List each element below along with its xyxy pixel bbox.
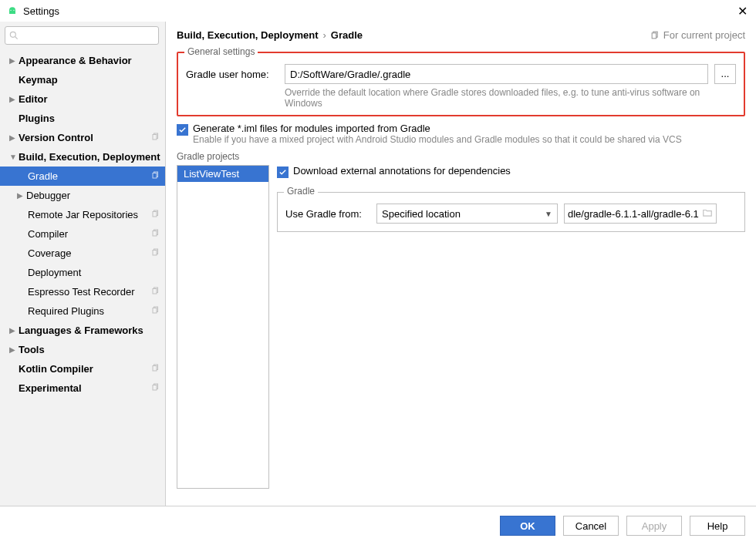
cancel-button[interactable]: Cancel — [563, 516, 619, 536]
android-logo-icon — [6, 5, 19, 17]
search-icon — [8, 30, 19, 41]
svg-rect-7 — [153, 173, 157, 179]
user-home-hint: Override the default location where Grad… — [285, 87, 736, 109]
gradle-projects-label: Gradle projects — [177, 151, 745, 162]
svg-rect-17 — [153, 308, 157, 314]
svg-rect-19 — [153, 366, 157, 372]
tree-editor[interactable]: ▶Editor — [0, 89, 165, 109]
svg-rect-15 — [153, 289, 157, 294]
breadcrumb-parent[interactable]: Build, Execution, Deployment — [177, 29, 318, 41]
svg-line-3 — [15, 37, 18, 39]
download-annotations-checkbox[interactable] — [277, 167, 289, 178]
folder-icon[interactable] — [702, 207, 713, 220]
tree-required-plugins[interactable]: Required Plugins — [0, 301, 165, 321]
tree-remote-jar[interactable]: Remote Jar Repositories — [0, 205, 165, 224]
project-scope-tag: For current project — [650, 29, 745, 41]
copy-icon — [151, 132, 160, 143]
tree-tools[interactable]: ▶Tools — [0, 340, 165, 359]
tree-kotlin[interactable]: Kotlin Compiler — [0, 359, 165, 378]
search-input[interactable] — [22, 30, 155, 41]
chevron-down-icon: ▼ — [545, 210, 552, 218]
svg-rect-13 — [153, 251, 157, 256]
svg-point-2 — [10, 32, 15, 37]
svg-rect-5 — [153, 135, 157, 140]
general-settings-section: General settings Gradle user home: ... O… — [177, 52, 745, 116]
tree-gradle[interactable]: Gradle — [0, 167, 165, 186]
dialog-footer: OK Cancel Apply Help — [0, 506, 756, 545]
generate-iml-checkbox[interactable] — [177, 124, 188, 136]
breadcrumb: Build, Execution, Deployment › Gradle — [177, 29, 650, 41]
svg-rect-23 — [652, 33, 656, 39]
svg-point-0 — [10, 10, 11, 11]
use-gradle-from-select[interactable]: Specified location ▼ — [376, 204, 558, 224]
apply-button: Apply — [626, 516, 682, 536]
svg-rect-11 — [153, 231, 157, 237]
gradle-subsection: Gradle Use Gradle from: Specified locati… — [277, 192, 745, 232]
settings-sidebar: ▶Appearance & Behavior Keymap ▶Editor Pl… — [0, 22, 166, 506]
section-title: General settings — [184, 46, 258, 57]
project-list-item[interactable]: ListViewTest — [177, 166, 268, 182]
copy-icon — [151, 382, 160, 394]
select-value: Specified location — [382, 208, 461, 220]
tree-debugger[interactable]: ▶Debugger — [0, 186, 165, 205]
tree-bed[interactable]: ▼Build, Execution, Deployment — [0, 147, 165, 167]
settings-tree: ▶Appearance & Behavior Keymap ▶Editor Pl… — [0, 49, 165, 506]
copy-icon — [151, 363, 160, 375]
download-annotations-label: Download external annotations for depend… — [293, 165, 745, 177]
tree-espresso[interactable]: Espresso Test Recorder — [0, 282, 165, 301]
chevron-right-icon: › — [322, 29, 326, 41]
copy-icon — [151, 228, 160, 240]
generate-iml-label: Generate *.iml files for modules importe… — [193, 123, 745, 134]
section-title: Gradle — [284, 186, 318, 197]
copy-icon — [650, 30, 660, 40]
download-annotations-row[interactable]: Download external annotations for depend… — [277, 165, 745, 178]
use-gradle-from-label: Use Gradle from: — [285, 208, 370, 220]
tree-deployment[interactable]: Deployment — [0, 263, 165, 282]
tree-appearance[interactable]: ▶Appearance & Behavior — [0, 51, 165, 70]
tree-plugins[interactable]: Plugins — [0, 109, 165, 128]
user-home-input[interactable] — [285, 64, 708, 84]
copy-icon — [151, 305, 160, 317]
copy-icon — [151, 247, 160, 259]
breadcrumb-current: Gradle — [331, 29, 363, 41]
copy-icon — [151, 209, 160, 220]
copy-icon — [151, 170, 160, 182]
tree-compiler[interactable]: Compiler — [0, 224, 165, 244]
svg-point-1 — [13, 10, 14, 11]
tree-lang[interactable]: ▶Languages & Frameworks — [0, 321, 165, 340]
tree-coverage[interactable]: Coverage — [0, 244, 165, 263]
gradle-path-value: dle/gradle-6.1.1-all/gradle-6.1.1 — [568, 208, 699, 220]
tree-vcs[interactable]: ▶Version Control — [0, 128, 165, 147]
search-input-wrapper[interactable] — [5, 26, 159, 45]
help-button[interactable]: Help — [690, 516, 745, 536]
svg-rect-9 — [153, 212, 157, 217]
generate-iml-row[interactable]: Generate *.iml files for modules importe… — [177, 123, 745, 145]
svg-rect-21 — [153, 385, 157, 391]
gradle-path-display[interactable]: dle/gradle-6.1.1-all/gradle-6.1.1 — [564, 204, 717, 224]
ok-button[interactable]: OK — [500, 516, 555, 536]
project-list[interactable]: ListViewTest — [177, 165, 269, 489]
close-button[interactable]: ✕ — [734, 4, 750, 19]
user-home-label: Gradle user home: — [186, 69, 278, 80]
window-title: Settings — [23, 5, 734, 17]
copy-icon — [151, 286, 160, 298]
browse-button[interactable]: ... — [714, 64, 736, 84]
generate-iml-hint: Enable if you have a mixed project with … — [193, 134, 745, 145]
tree-keymap[interactable]: Keymap — [0, 70, 165, 89]
tree-experimental[interactable]: Experimental — [0, 378, 165, 398]
